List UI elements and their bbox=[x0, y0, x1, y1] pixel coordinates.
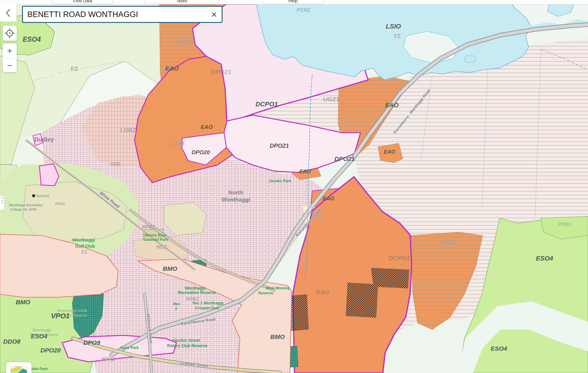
map-label: DCPO1 bbox=[255, 100, 278, 108]
map-label: BMO bbox=[163, 265, 177, 272]
map-label: Recreation Reserve bbox=[178, 290, 216, 295]
map-label: UGZ1 bbox=[440, 239, 456, 245]
map-label: EAO bbox=[316, 289, 329, 295]
map-label: UGZ1 bbox=[177, 38, 193, 45]
map-label: Rotary Club Reserve bbox=[167, 343, 208, 348]
map-label: Caravan Park bbox=[143, 237, 168, 242]
map-label: LDRZ bbox=[120, 127, 136, 133]
zoom-in-button[interactable]: + bbox=[3, 43, 17, 58]
map-label: ESO4 bbox=[536, 255, 553, 262]
map-canvas[interactable]: ESO4FZEAOUGZ1DPO21DCPO1UGZ1EAOLSIOFZPCRZ… bbox=[0, 0, 588, 373]
tab-find-data[interactable]: Find Data bbox=[52, 0, 113, 4]
map-label: LSIO bbox=[386, 23, 401, 30]
map-label: EAO bbox=[165, 65, 179, 72]
collapse-panel-button[interactable] bbox=[0, 4, 17, 22]
map-label: DPO21 bbox=[211, 68, 231, 75]
menu-bar: Find Data Tasks Help bbox=[0, 0, 588, 4]
map-label: Fincher Street bbox=[172, 338, 200, 343]
basemap-button[interactable] bbox=[6, 362, 31, 373]
map-label: Wonthaggi bbox=[33, 328, 51, 332]
school-marker-icon bbox=[32, 194, 35, 197]
map-label: EAO bbox=[299, 169, 311, 174]
map-label: Golf Club bbox=[75, 243, 95, 248]
map-label: EAO bbox=[384, 149, 395, 155]
map-label: VPO1 bbox=[51, 312, 70, 320]
map-label: Mick Mooney bbox=[266, 286, 290, 290]
map-label: FZ bbox=[71, 65, 78, 72]
chevron-left-icon bbox=[0, 4, 17, 22]
map-label: PPRZ bbox=[558, 222, 571, 227]
search-box: ✕ bbox=[22, 6, 223, 23]
map-label: Miners Rest bbox=[144, 233, 166, 237]
map-label: EAO bbox=[385, 102, 399, 108]
map-label: BMO bbox=[16, 299, 30, 305]
map-label: Wonthaggi bbox=[72, 237, 95, 242]
map-label: DPO20 bbox=[192, 149, 210, 155]
map-label: PCRZ bbox=[297, 7, 310, 13]
crosshair-gps-icon bbox=[3, 26, 17, 41]
map-label: LDRZ bbox=[169, 140, 185, 147]
map-label: Wonthaggi bbox=[221, 196, 250, 203]
locate-button[interactable] bbox=[3, 26, 17, 41]
panel-drag-handle[interactable] bbox=[0, 196, 4, 210]
map-label: UGZ1 bbox=[323, 96, 340, 103]
map-label: PUZ2 bbox=[55, 201, 65, 206]
map-label: Rec 1 Wonthaggi bbox=[192, 301, 223, 305]
zoom-controls: + − bbox=[3, 43, 17, 72]
map-label: BMO bbox=[270, 333, 285, 340]
map-label: FZ bbox=[81, 250, 87, 255]
map-label: FZ bbox=[394, 33, 401, 39]
tab-tasks[interactable]: Tasks bbox=[145, 0, 219, 4]
tab-find-data-label: Find Data bbox=[53, 0, 113, 3]
map-label: Reserve bbox=[258, 291, 273, 295]
map-label: EAO bbox=[323, 196, 334, 201]
map-label: 2 bbox=[175, 306, 177, 311]
map-label: DPO20 bbox=[41, 347, 61, 354]
clear-search-button[interactable]: ✕ bbox=[209, 10, 219, 20]
map-label: School bbox=[36, 194, 49, 198]
tab-help[interactable]: Help bbox=[263, 0, 323, 4]
map-label: Jacobs Park bbox=[269, 179, 291, 183]
map-label: Wonthaggi bbox=[185, 286, 206, 290]
map-label: DPO9 bbox=[83, 339, 100, 346]
map-label: DCPO1 bbox=[389, 255, 410, 261]
basemap-thumbnail-icon bbox=[6, 362, 31, 373]
map-label: GRZ bbox=[110, 162, 120, 167]
search-input[interactable] bbox=[23, 7, 222, 22]
tab-tasks-label: Tasks bbox=[145, 0, 218, 3]
map-label: Dudley bbox=[34, 136, 54, 143]
zoom-out-button[interactable]: − bbox=[3, 58, 17, 73]
map-label: IN1Z bbox=[156, 244, 167, 250]
map-label: North bbox=[228, 189, 243, 196]
map-label: Wonthaggi Secondary bbox=[9, 203, 43, 207]
map-label: ESO4 bbox=[31, 333, 47, 340]
map-label: Apex Park bbox=[120, 345, 139, 350]
map-label: DDO8 bbox=[3, 338, 21, 345]
map-label: ESO4 bbox=[23, 36, 41, 43]
map-label: Croquet Club bbox=[195, 306, 219, 310]
map-label: College No. 8736 bbox=[11, 208, 36, 211]
map-label: EAO bbox=[201, 124, 213, 130]
vicplan-map-viewer: ESO4FZEAOUGZ1DPO21DCPO1UGZ1EAOLSIOFZPCRZ… bbox=[0, 0, 588, 373]
tab-help-label: Help bbox=[263, 0, 323, 3]
map-label: DPO21 bbox=[335, 155, 355, 162]
map-label: DPO21 bbox=[270, 142, 289, 149]
map-label: PPRZ bbox=[101, 357, 115, 362]
map-label: ESO4 bbox=[491, 345, 507, 352]
map-label: PPRZ bbox=[142, 224, 155, 230]
map-label: Rec bbox=[173, 302, 180, 306]
